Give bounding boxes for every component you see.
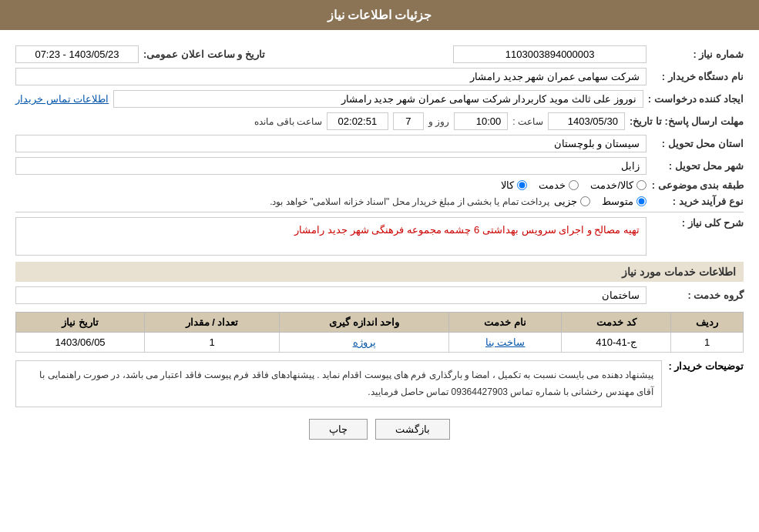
service-group-value: ساختمان [15,286,646,304]
print-button[interactable]: چاپ [309,419,368,440]
contact-link[interactable]: اطلاعات تماس خریدار [15,93,109,105]
description-value: تهیه مصالح و اجرای سرویس بهداشتی 6 چشمه … [15,217,646,256]
process-option-motavaset[interactable]: متوسط [602,196,646,207]
deadline-remaining-label: ساعت باقی مانده [254,116,322,127]
deadline-date: 1403/05/30 [548,112,625,130]
deadline-time: 10:00 [454,112,508,130]
deadline-remaining: 02:02:51 [327,112,388,130]
buyer-org-label: نام دستگاه خریدار : [651,71,744,82]
announce-label: تاریخ و ساعت اعلان عمومی: [143,49,265,60]
col-header-unit: واحد اندازه گیری [279,313,448,333]
back-button[interactable]: بازگشت [375,419,450,440]
table-row: 1ج-41-410ساخت بناپروژه11403/06/05 [16,333,744,353]
cell-unit[interactable]: پروژه [279,333,448,353]
requester-label: ایجاد کننده درخواست : [648,93,744,105]
page-title: جزئیات اطلاعات نیاز [327,8,432,22]
city-label: شهر محل تحویل : [651,160,744,172]
service-group-label: گروه خدمت : [651,289,744,301]
category-option-kala-khedmat[interactable]: کالا/خدمت [590,179,646,191]
buyer-org-value: شرکت سهامی عمران شهر جدید رامشار [15,68,646,85]
col-header-date: تاریخ نیاز [16,313,145,333]
province-value: سیستان و بلوچستان [15,135,646,152]
need-number-value: 1103003894000003 [453,45,646,63]
cell-name[interactable]: ساخت بنا [449,333,562,353]
process-option-jozyi[interactable]: جزیی [554,196,590,207]
action-buttons: بازگشت چاپ [15,419,744,440]
category-option-khedmat[interactable]: خدمت [539,179,579,191]
category-label: طبقه بندی موضوعی : [651,179,744,191]
services-section-header: اطلاعات خدمات مورد نیاز [15,262,744,282]
category-radio-group: کالا/خدمت خدمت کالا [501,179,646,191]
process-label: نوع فرآیند خرید : [651,196,744,207]
requester-value: نوروز علی ثالث موید کاربردار شرکت سهامی … [113,90,643,108]
need-number-label: شماره نیاز : [651,49,744,60]
deadline-label: مهلت ارسال پاسخ: تا تاریخ: [630,115,744,127]
cell-qty: 1 [145,333,280,353]
buyer-notes-value: پیشنهاد دهنده می بایست نسبت به تکمیل ، ا… [15,360,662,407]
category-option-kala[interactable]: کالا [501,179,527,191]
col-header-code: کد خدمت [562,313,671,333]
description-label: شرح کلی نیاز : [651,217,744,229]
cell-date: 1403/06/05 [16,333,145,353]
col-header-qty: تعداد / مقدار [145,313,280,333]
cell-row-num: 1 [671,333,744,353]
buyer-notes-label: توضیحات خریدار : [667,360,744,372]
page-header: جزئیات اطلاعات نیاز [0,0,759,30]
cell-code: ج-41-410 [562,333,671,353]
process-note: پرداخت تمام یا بخشی از مبلغ خریدار محل "… [270,196,549,207]
deadline-day-label: روز و [428,116,449,127]
province-label: استان محل تحویل : [651,138,744,149]
announce-value: 1403/05/23 - 07:23 [15,45,139,63]
process-radio-group: متوسط جزیی [554,196,646,207]
col-header-row: ردیف [671,313,744,333]
services-table: ردیف کد خدمت نام خدمت واحد اندازه گیری ت… [15,312,744,353]
deadline-days: 7 [393,112,424,130]
city-value: زابل [15,157,646,175]
deadline-time-label: ساعت : [512,116,543,127]
col-header-name: نام خدمت [449,313,562,333]
